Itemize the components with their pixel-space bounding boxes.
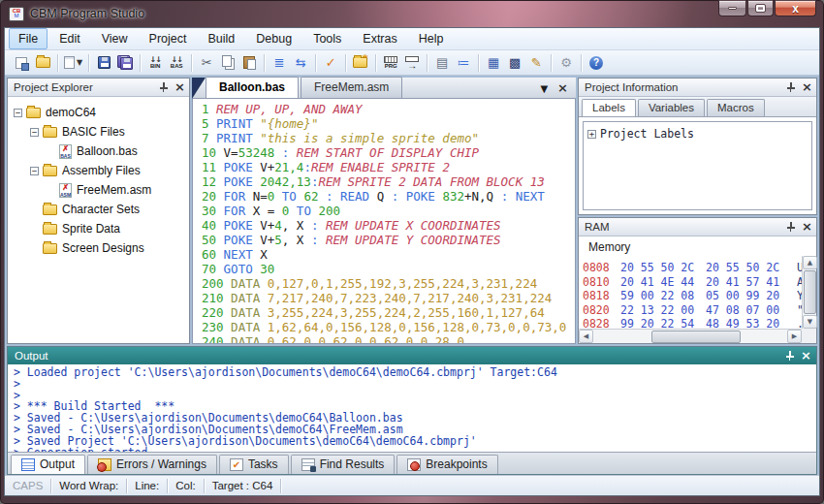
tab-macros[interactable]: Macros (707, 99, 765, 116)
export-bas-button[interactable]: ↓↓BAS (166, 52, 187, 74)
sprite-editor-button[interactable]: ▩ (504, 52, 525, 74)
maximize-button[interactable] (747, 0, 774, 16)
export-bin-button[interactable]: ↓↓BIN (144, 52, 166, 74)
renumber-button[interactable]: ⇆ (290, 52, 311, 74)
memory-address: 0810 (583, 275, 615, 290)
pin-icon[interactable] (158, 81, 169, 93)
menu-item-extras[interactable]: Extras (353, 28, 406, 49)
tree-item-freemem-asm[interactable]: ✗ASMFreeMem.asm (10, 180, 187, 200)
save-all-icon (117, 55, 133, 70)
tab-errors-warnings[interactable]: Errors / Warnings (87, 455, 217, 474)
close-button[interactable]: x (775, 0, 816, 16)
tab-labels[interactable]: Labels (582, 99, 636, 116)
pin-icon[interactable] (784, 350, 795, 362)
help-button[interactable]: ? (586, 52, 607, 74)
tab-label: Find Results (320, 457, 385, 471)
scrollbar-thumb[interactable] (651, 331, 741, 343)
minimize-icon (728, 7, 737, 10)
close-panel-icon[interactable]: × (174, 81, 185, 93)
tree-item-label: BASIC Files (62, 125, 125, 139)
close-panel-icon[interactable]: × (801, 350, 811, 362)
new-project-button[interactable] (11, 52, 32, 74)
cut-button[interactable]: ✂ (196, 52, 217, 74)
memory-vertical-scrollbar[interactable]: ▲ ▼ (802, 256, 816, 329)
tree-item-basic-files[interactable]: −BASIC Files (10, 122, 187, 142)
tab-breakpoints[interactable]: Breakpoints (396, 455, 497, 474)
settings-button[interactable]: ⚙ (555, 52, 577, 74)
memory-row-clipped: 080000 00 00 0000 00 00 00 (583, 258, 802, 261)
tree-item-sprite-data[interactable]: Sprite Data (10, 219, 187, 238)
file-icon: ✗BAS (59, 144, 72, 159)
save-all-button[interactable] (114, 52, 136, 74)
expand-icon[interactable]: − (30, 167, 39, 175)
minimize-button[interactable] (718, 0, 746, 16)
copy-button[interactable] (217, 52, 238, 74)
help-icon: ? (589, 56, 603, 70)
add-files-button[interactable]: ✱ (350, 52, 371, 74)
save-button[interactable] (93, 52, 114, 74)
memory-hex: 47 08 07 00 (706, 303, 785, 318)
label-list-button[interactable]: ≔ (453, 52, 474, 74)
pin-icon[interactable] (785, 221, 796, 233)
menu-item-tools[interactable]: Tools (303, 28, 351, 49)
tab-close-icon[interactable]: × (557, 82, 568, 94)
run-program-button[interactable]: → (401, 52, 423, 74)
expand-icon[interactable]: − (30, 128, 39, 137)
scroll-left-icon[interactable]: ◀ (579, 330, 593, 343)
close-panel-icon[interactable]: × (802, 81, 812, 93)
expand-icon[interactable]: + (587, 130, 596, 139)
syntax-check-button[interactable]: ✓ (320, 52, 341, 74)
scroll-down-icon[interactable]: ▼ (803, 315, 817, 329)
menu-item-view[interactable]: View (92, 28, 138, 49)
title-bar[interactable]: CBM CBM Program Studio x (0, 0, 824, 27)
character-editor-button[interactable]: ▦ (483, 52, 504, 74)
menu-item-edit[interactable]: Edit (49, 28, 90, 49)
menu-item-help[interactable]: Help (409, 28, 454, 49)
screen-editor-icon: ✎ (531, 56, 542, 69)
close-panel-icon[interactable]: × (802, 221, 812, 233)
toolbar-separator (315, 54, 316, 72)
tab-tasks[interactable]: ✔Tasks (219, 455, 289, 474)
memory-dump[interactable]: 080000 00 00 0000 00 00 00 080820 55 50 … (579, 256, 802, 329)
tab-find-results[interactable]: Find Results (291, 455, 396, 474)
expand-icon[interactable]: − (14, 109, 22, 117)
menu-item-project[interactable]: Project (140, 28, 197, 49)
scroll-up-icon[interactable]: ▲ (803, 256, 817, 269)
tree-item-democ64[interactable]: −demoC64 (10, 103, 187, 122)
output-log[interactable]: > Loaded project 'C:\Users\ajordison\Doc… (8, 364, 816, 452)
tab-dropdown-icon[interactable]: ▼ (540, 83, 548, 94)
memory-horizontal-scrollbar[interactable]: ◀ ▶ (579, 329, 802, 343)
memory-viewer-button[interactable]: ▤ (431, 52, 453, 74)
code-area[interactable]: 1 REM UP, UP, AND AWAY5 PRINT "{home}"7 … (192, 99, 576, 344)
new-file-button[interactable]: ▼ (62, 52, 84, 74)
window-title: CBM Program Studio (30, 7, 144, 20)
code-line: 230 DATA 1,62,64,0,156,128,0,156,128,0,7… (202, 320, 575, 334)
settings-icon: ⚙ (560, 56, 572, 69)
tab-freemem-asm[interactable]: FreeMem.asm (301, 77, 402, 98)
task-icon: ✔ (230, 458, 243, 471)
tab-output[interactable]: Output (11, 455, 85, 474)
tree-item-character-sets[interactable]: Character Sets (10, 200, 187, 219)
memory-label: Memory (579, 236, 816, 256)
format-indent-button[interactable]: ≣ (269, 52, 290, 74)
menu-item-build[interactable]: Build (198, 28, 244, 49)
tab-balloon-bas[interactable]: Balloon.bas (206, 77, 299, 98)
menu-item-debug[interactable]: Debug (246, 28, 301, 49)
paste-button[interactable] (238, 52, 260, 74)
scrollbar-thumb[interactable] (804, 270, 816, 314)
menu-item-file[interactable]: File (9, 28, 48, 49)
memory-row: 080820 55 50 2C20 55 50 2C UP (583, 261, 802, 275)
code-line: 210 DATA 7,217,240,7,223,240,7,217,240,3… (202, 291, 575, 305)
memory-hex: 59 00 22 08 (620, 289, 700, 303)
open-project-button[interactable] (32, 52, 53, 74)
tab-variables[interactable]: Variables (638, 99, 705, 116)
tree-item-assembly-files[interactable]: −Assembly Files (10, 161, 187, 180)
tree-item-balloon-bas[interactable]: ✗BASBalloon.bas (10, 142, 187, 161)
scroll-right-icon[interactable]: ▶ (787, 330, 802, 343)
build-prg-button[interactable]: PRG (380, 52, 401, 74)
project-labels-node[interactable]: + Project Labels (587, 127, 808, 141)
memory-ascii: AN (797, 275, 802, 290)
screen-editor-button[interactable]: ✎ (525, 52, 547, 74)
pin-icon[interactable] (785, 81, 796, 93)
tree-item-screen-designs[interactable]: Screen Designs (10, 238, 187, 258)
